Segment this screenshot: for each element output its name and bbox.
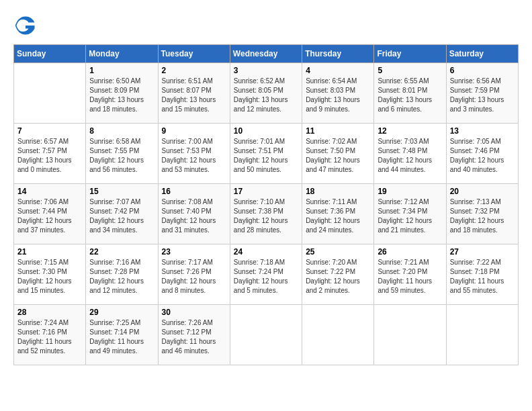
calendar-cell: 15Sunrise: 7:07 AM Sunset: 7:42 PM Dayli… bbox=[86, 184, 158, 244]
day-number: 12 bbox=[378, 126, 442, 136]
calendar-cell: 1Sunrise: 6:50 AM Sunset: 8:09 PM Daylig… bbox=[86, 63, 158, 124]
day-number: 27 bbox=[450, 247, 515, 257]
calendar-header: SundayMondayTuesdayWednesdayThursdayFrid… bbox=[14, 45, 519, 63]
day-number: 26 bbox=[378, 247, 442, 257]
calendar-cell: 11Sunrise: 7:02 AM Sunset: 7:50 PM Dayli… bbox=[302, 124, 374, 184]
calendar-cell: 5Sunrise: 6:55 AM Sunset: 8:01 PM Daylig… bbox=[374, 63, 446, 124]
calendar-cell: 12Sunrise: 7:03 AM Sunset: 7:48 PM Dayli… bbox=[374, 124, 446, 184]
calendar-cell: 17Sunrise: 7:10 AM Sunset: 7:38 PM Dayli… bbox=[230, 184, 302, 244]
day-number: 19 bbox=[378, 187, 442, 196]
day-number: 3 bbox=[234, 66, 298, 75]
calendar-cell: 16Sunrise: 7:08 AM Sunset: 7:40 PM Dayli… bbox=[158, 184, 230, 244]
day-detail: Sunrise: 6:51 AM Sunset: 8:07 PM Dayligh… bbox=[162, 77, 226, 114]
calendar-cell bbox=[14, 63, 86, 124]
day-detail: Sunrise: 7:10 AM Sunset: 7:38 PM Dayligh… bbox=[234, 197, 298, 235]
calendar-cell: 6Sunrise: 6:56 AM Sunset: 7:59 PM Daylig… bbox=[446, 63, 518, 124]
day-detail: Sunrise: 6:58 AM Sunset: 7:55 PM Dayligh… bbox=[89, 137, 154, 175]
day-detail: Sunrise: 7:03 AM Sunset: 7:48 PM Dayligh… bbox=[378, 137, 442, 175]
day-number: 13 bbox=[450, 126, 515, 136]
day-number: 11 bbox=[306, 126, 370, 136]
calendar-cell bbox=[230, 305, 302, 365]
calendar-cell: 25Sunrise: 7:20 AM Sunset: 7:22 PM Dayli… bbox=[302, 244, 374, 305]
day-detail: Sunrise: 6:56 AM Sunset: 7:59 PM Dayligh… bbox=[450, 77, 515, 114]
logo bbox=[13, 13, 42, 38]
day-detail: Sunrise: 7:15 AM Sunset: 7:30 PM Dayligh… bbox=[17, 258, 82, 295]
day-number: 4 bbox=[306, 66, 370, 75]
calendar-table: SundayMondayTuesdayWednesdayThursdayFrid… bbox=[13, 44, 519, 365]
day-detail: Sunrise: 7:12 AM Sunset: 7:34 PM Dayligh… bbox=[378, 197, 442, 235]
calendar-cell: 24Sunrise: 7:18 AM Sunset: 7:24 PM Dayli… bbox=[230, 244, 302, 305]
header-cell-wednesday: Wednesday bbox=[230, 45, 302, 63]
day-number: 5 bbox=[378, 66, 442, 75]
header-cell-saturday: Saturday bbox=[446, 45, 518, 63]
calendar-cell: 20Sunrise: 7:13 AM Sunset: 7:32 PM Dayli… bbox=[446, 184, 518, 244]
calendar-week-4: 21Sunrise: 7:15 AM Sunset: 7:30 PM Dayli… bbox=[14, 244, 519, 305]
calendar-cell: 13Sunrise: 7:05 AM Sunset: 7:46 PM Dayli… bbox=[446, 124, 518, 184]
day-detail: Sunrise: 7:06 AM Sunset: 7:44 PM Dayligh… bbox=[17, 197, 82, 235]
day-detail: Sunrise: 7:21 AM Sunset: 7:20 PM Dayligh… bbox=[378, 258, 442, 295]
day-detail: Sunrise: 7:02 AM Sunset: 7:50 PM Dayligh… bbox=[306, 137, 370, 175]
logo-icon bbox=[13, 13, 38, 38]
calendar-cell: 14Sunrise: 7:06 AM Sunset: 7:44 PM Dayli… bbox=[14, 184, 86, 244]
calendar-week-3: 14Sunrise: 7:06 AM Sunset: 7:44 PM Dayli… bbox=[14, 184, 519, 244]
day-detail: Sunrise: 7:16 AM Sunset: 7:28 PM Dayligh… bbox=[89, 258, 154, 295]
day-number: 2 bbox=[162, 66, 226, 75]
calendar-week-5: 28Sunrise: 7:24 AM Sunset: 7:16 PM Dayli… bbox=[14, 305, 519, 365]
day-number: 24 bbox=[234, 247, 298, 257]
day-number: 8 bbox=[89, 126, 154, 136]
day-number: 18 bbox=[306, 187, 370, 196]
day-detail: Sunrise: 7:08 AM Sunset: 7:40 PM Dayligh… bbox=[162, 197, 226, 235]
day-number: 17 bbox=[234, 187, 298, 196]
calendar-cell: 3Sunrise: 6:52 AM Sunset: 8:05 PM Daylig… bbox=[230, 63, 302, 124]
day-number: 10 bbox=[234, 126, 298, 136]
day-detail: Sunrise: 6:52 AM Sunset: 8:05 PM Dayligh… bbox=[234, 77, 298, 114]
calendar-cell: 2Sunrise: 6:51 AM Sunset: 8:07 PM Daylig… bbox=[158, 63, 230, 124]
calendar-cell: 22Sunrise: 7:16 AM Sunset: 7:28 PM Dayli… bbox=[86, 244, 158, 305]
day-detail: Sunrise: 7:22 AM Sunset: 7:18 PM Dayligh… bbox=[450, 258, 515, 295]
calendar-cell bbox=[302, 305, 374, 365]
day-detail: Sunrise: 7:17 AM Sunset: 7:26 PM Dayligh… bbox=[162, 258, 226, 295]
day-detail: Sunrise: 6:54 AM Sunset: 8:03 PM Dayligh… bbox=[306, 77, 370, 114]
calendar-cell: 8Sunrise: 6:58 AM Sunset: 7:55 PM Daylig… bbox=[86, 124, 158, 184]
day-number: 25 bbox=[306, 247, 370, 257]
day-number: 15 bbox=[89, 187, 154, 196]
calendar-cell: 9Sunrise: 7:00 AM Sunset: 7:53 PM Daylig… bbox=[158, 124, 230, 184]
calendar-cell: 4Sunrise: 6:54 AM Sunset: 8:03 PM Daylig… bbox=[302, 63, 374, 124]
day-number: 30 bbox=[162, 308, 226, 317]
calendar-body: 1Sunrise: 6:50 AM Sunset: 8:09 PM Daylig… bbox=[14, 63, 519, 365]
calendar-cell: 30Sunrise: 7:26 AM Sunset: 7:12 PM Dayli… bbox=[158, 305, 230, 365]
calendar-cell: 7Sunrise: 6:57 AM Sunset: 7:57 PM Daylig… bbox=[14, 124, 86, 184]
calendar-cell: 29Sunrise: 7:25 AM Sunset: 7:14 PM Dayli… bbox=[86, 305, 158, 365]
calendar-cell bbox=[446, 305, 518, 365]
header-cell-tuesday: Tuesday bbox=[158, 45, 230, 63]
calendar-cell: 23Sunrise: 7:17 AM Sunset: 7:26 PM Dayli… bbox=[158, 244, 230, 305]
day-number: 22 bbox=[89, 247, 154, 257]
day-detail: Sunrise: 7:20 AM Sunset: 7:22 PM Dayligh… bbox=[306, 258, 370, 295]
day-number: 9 bbox=[162, 126, 226, 136]
day-number: 6 bbox=[450, 66, 515, 75]
day-detail: Sunrise: 7:18 AM Sunset: 7:24 PM Dayligh… bbox=[234, 258, 298, 295]
header-cell-sunday: Sunday bbox=[14, 45, 86, 63]
day-number: 1 bbox=[89, 66, 154, 75]
calendar-cell: 19Sunrise: 7:12 AM Sunset: 7:34 PM Dayli… bbox=[374, 184, 446, 244]
day-number: 28 bbox=[17, 308, 82, 317]
calendar-week-1: 1Sunrise: 6:50 AM Sunset: 8:09 PM Daylig… bbox=[14, 63, 519, 124]
day-detail: Sunrise: 7:24 AM Sunset: 7:16 PM Dayligh… bbox=[17, 318, 82, 356]
calendar-cell: 28Sunrise: 7:24 AM Sunset: 7:16 PM Dayli… bbox=[14, 305, 86, 365]
header-cell-thursday: Thursday bbox=[302, 45, 374, 63]
calendar-cell: 10Sunrise: 7:01 AM Sunset: 7:51 PM Dayli… bbox=[230, 124, 302, 184]
day-number: 14 bbox=[17, 187, 82, 196]
calendar-week-2: 7Sunrise: 6:57 AM Sunset: 7:57 PM Daylig… bbox=[14, 124, 519, 184]
day-detail: Sunrise: 7:00 AM Sunset: 7:53 PM Dayligh… bbox=[162, 137, 226, 175]
page-header bbox=[13, 13, 519, 38]
day-detail: Sunrise: 6:50 AM Sunset: 8:09 PM Dayligh… bbox=[89, 77, 154, 114]
day-detail: Sunrise: 7:07 AM Sunset: 7:42 PM Dayligh… bbox=[89, 197, 154, 235]
day-detail: Sunrise: 7:26 AM Sunset: 7:12 PM Dayligh… bbox=[162, 318, 226, 356]
day-number: 16 bbox=[162, 187, 226, 196]
day-number: 20 bbox=[450, 187, 515, 196]
day-detail: Sunrise: 7:05 AM Sunset: 7:46 PM Dayligh… bbox=[450, 137, 515, 175]
day-detail: Sunrise: 7:25 AM Sunset: 7:14 PM Dayligh… bbox=[89, 318, 154, 356]
header-row: SundayMondayTuesdayWednesdayThursdayFrid… bbox=[14, 45, 519, 63]
day-number: 23 bbox=[162, 247, 226, 257]
calendar-cell: 27Sunrise: 7:22 AM Sunset: 7:18 PM Dayli… bbox=[446, 244, 518, 305]
